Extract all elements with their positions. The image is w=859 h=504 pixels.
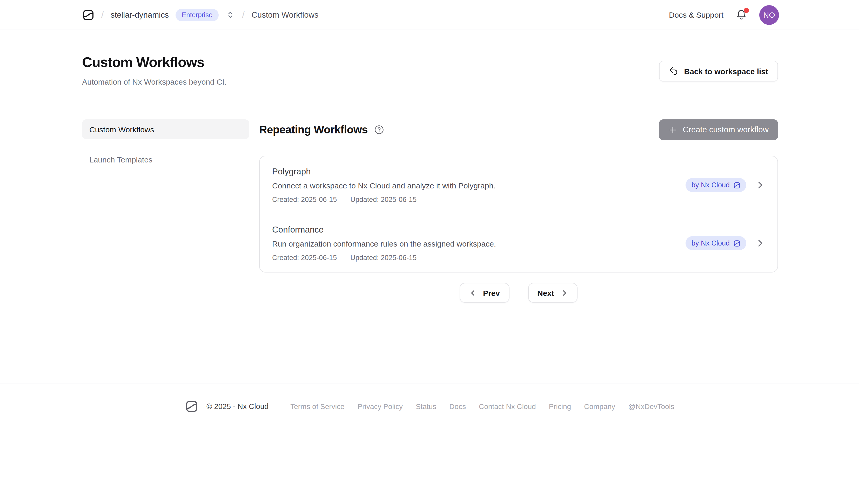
notifications-button[interactable] xyxy=(736,9,747,20)
help-icon[interactable] xyxy=(375,125,384,135)
workflow-name: Polygraph xyxy=(272,166,686,178)
workspace-name[interactable]: stellar-dynamics xyxy=(111,10,169,19)
page-title: Custom Workflows xyxy=(82,54,226,71)
plus-icon xyxy=(668,125,677,134)
workflow-updated: Updated: 2025-06-15 xyxy=(350,253,417,263)
prev-label: Prev xyxy=(483,288,500,297)
footer-links: Terms of Service Privacy Policy Status D… xyxy=(290,402,674,411)
badge-label: by Nx Cloud xyxy=(692,239,730,247)
workflow-created: Created: 2025-06-15 xyxy=(272,195,337,204)
footer-link-nxdevtools[interactable]: @NxDevTools xyxy=(628,402,674,411)
docs-support-link[interactable]: Docs & Support xyxy=(669,10,723,19)
workflow-updated: Updated: 2025-06-15 xyxy=(350,195,417,204)
workspace-switcher-button[interactable] xyxy=(226,10,236,20)
breadcrumb-separator: / xyxy=(101,9,104,20)
next-label: Next xyxy=(537,288,554,297)
workflows-card: Polygraph Connect a workspace to Nx Clou… xyxy=(259,156,778,273)
nx-cloud-logo-icon[interactable] xyxy=(82,9,94,21)
footer-link-privacy[interactable]: Privacy Policy xyxy=(358,402,403,411)
top-nav-actions: Docs & Support NO xyxy=(669,5,779,25)
footer-link-docs[interactable]: Docs xyxy=(449,402,466,411)
copyright-text: © 2025 - Nx Cloud xyxy=(207,402,269,411)
create-button-label: Create custom workflow xyxy=(683,125,769,135)
settings-sidebar: Custom Workflows Launch Templates xyxy=(82,119,249,303)
back-to-workspace-list-button[interactable]: Back to workspace list xyxy=(659,61,778,81)
by-nx-cloud-badge[interactable]: by Nx Cloud xyxy=(686,178,746,192)
page-subtitle: Automation of Nx Workspaces beyond CI. xyxy=(82,76,226,87)
chevron-right-icon[interactable] xyxy=(755,180,765,190)
section-heading: Repeating Workflows xyxy=(259,124,368,136)
breadcrumb: / stellar-dynamics Enterprise / Custom W… xyxy=(82,9,318,21)
chevron-right-icon[interactable] xyxy=(755,238,765,248)
workflow-description: Connect a workspace to Nx Cloud and anal… xyxy=(272,180,686,191)
footer-link-status[interactable]: Status xyxy=(416,402,436,411)
top-nav: / stellar-dynamics Enterprise / Custom W… xyxy=(0,0,859,30)
workflow-name: Conformance xyxy=(272,224,686,236)
notification-dot xyxy=(744,8,749,13)
plan-badge: Enterprise xyxy=(176,9,219,21)
page-header: Custom Workflows Automation of Nx Worksp… xyxy=(82,54,778,87)
sidebar-item-label: Custom Workflows xyxy=(89,125,154,134)
breadcrumb-separator: / xyxy=(242,9,245,20)
by-nx-cloud-badge[interactable]: by Nx Cloud xyxy=(686,236,746,250)
badge-label: by Nx Cloud xyxy=(692,181,730,189)
footer-link-pricing[interactable]: Pricing xyxy=(549,402,571,411)
pagination: Prev Next xyxy=(259,283,778,303)
sidebar-item-label: Launch Templates xyxy=(89,155,152,164)
create-custom-workflow-button[interactable]: Create custom workflow xyxy=(659,119,778,140)
sidebar-item-custom-workflows[interactable]: Custom Workflows xyxy=(82,119,249,139)
footer: © 2025 - Nx Cloud Terms of Service Priva… xyxy=(0,384,859,504)
nx-cloud-logo-icon xyxy=(185,400,198,413)
footer-link-terms[interactable]: Terms of Service xyxy=(290,402,345,411)
nx-cloud-logo-icon xyxy=(733,181,741,189)
breadcrumb-current-page: Custom Workflows xyxy=(252,10,319,19)
workflow-row-polygraph[interactable]: Polygraph Connect a workspace to Nx Clou… xyxy=(260,156,778,214)
footer-link-company[interactable]: Company xyxy=(584,402,615,411)
workflow-created: Created: 2025-06-15 xyxy=(272,253,337,263)
sidebar-item-launch-templates[interactable]: Launch Templates xyxy=(82,150,249,169)
prev-page-button[interactable]: Prev xyxy=(459,283,509,303)
chevron-right-icon xyxy=(560,289,568,296)
user-avatar[interactable]: NO xyxy=(759,5,779,25)
back-button-label: Back to workspace list xyxy=(684,67,768,76)
workflows-section: Repeating Workflows xyxy=(259,119,778,303)
workflow-description: Run organization conformance rules on th… xyxy=(272,238,686,249)
workflow-row-conformance[interactable]: Conformance Run organization conformance… xyxy=(260,214,778,272)
chevron-left-icon xyxy=(469,289,477,296)
nx-cloud-logo-icon xyxy=(733,240,741,247)
main-content: Custom Workflows Automation of Nx Worksp… xyxy=(0,30,778,384)
chevron-up-down-icon xyxy=(227,11,235,19)
arrow-uturn-left-icon xyxy=(669,66,679,76)
footer-link-contact[interactable]: Contact Nx Cloud xyxy=(479,402,536,411)
next-page-button[interactable]: Next xyxy=(528,283,577,303)
page: / stellar-dynamics Enterprise / Custom W… xyxy=(0,0,859,504)
